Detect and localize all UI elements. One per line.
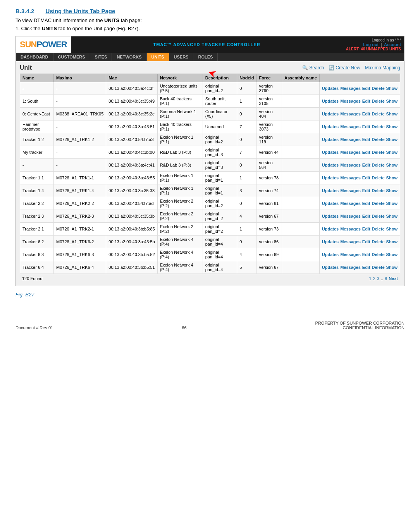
action-updates[interactable]: Updates bbox=[322, 188, 339, 193]
action-updates[interactable]: Updates bbox=[322, 137, 339, 142]
action-edit[interactable]: Edit bbox=[362, 239, 370, 244]
action-messages[interactable]: Messages bbox=[340, 99, 361, 103]
action-delete[interactable]: Delete bbox=[372, 265, 385, 270]
page-3[interactable]: 3 bbox=[377, 276, 379, 281]
action-updates[interactable]: Updates bbox=[322, 99, 339, 103]
action-delete[interactable]: Delete bbox=[372, 112, 385, 116]
action-edit[interactable]: Edit bbox=[362, 188, 370, 193]
action-delete[interactable]: Delete bbox=[372, 214, 385, 218]
action-messages[interactable]: Messages bbox=[340, 112, 361, 116]
page-1[interactable]: 1 bbox=[369, 276, 372, 281]
action-edit[interactable]: Edit bbox=[362, 252, 370, 257]
action-messages[interactable]: Messages bbox=[340, 201, 361, 206]
action-delete[interactable]: Delete bbox=[372, 124, 385, 129]
action-messages[interactable]: Messages bbox=[340, 227, 361, 231]
nav-sites[interactable]: SITES bbox=[90, 53, 112, 61]
action-edit[interactable]: Edit bbox=[362, 112, 370, 116]
nav-users[interactable]: USERS bbox=[169, 53, 194, 61]
action-updates[interactable]: Updates bbox=[322, 112, 339, 116]
action-updates[interactable]: Updates bbox=[322, 265, 339, 270]
action-show[interactable]: Show bbox=[386, 86, 398, 91]
action-delete[interactable]: Delete bbox=[372, 86, 385, 91]
action-updates[interactable]: Updates bbox=[322, 124, 339, 129]
action-show[interactable]: Show bbox=[386, 252, 398, 257]
action-show[interactable]: Show bbox=[386, 112, 398, 116]
action-messages[interactable]: Messages bbox=[340, 86, 361, 91]
action-show[interactable]: Show bbox=[386, 150, 398, 155]
action-edit[interactable]: Edit bbox=[362, 124, 370, 129]
cell-maximo: M0726_A1_TRK1-4 bbox=[54, 184, 106, 197]
action-delete[interactable]: Delete bbox=[372, 175, 385, 180]
action-updates[interactable]: Updates bbox=[322, 150, 339, 155]
action-edit[interactable]: Edit bbox=[362, 150, 370, 155]
action-updates[interactable]: Updates bbox=[322, 201, 339, 206]
action-delete[interactable]: Delete bbox=[372, 252, 385, 257]
nav-dashboard[interactable]: DASHBOARD bbox=[16, 53, 53, 61]
page-2[interactable]: 2 bbox=[373, 276, 375, 281]
action-messages[interactable]: Messages bbox=[340, 137, 361, 142]
action-delete[interactable]: Delete bbox=[372, 201, 385, 206]
action-edit[interactable]: Edit bbox=[362, 99, 370, 103]
cell-network: Uncategorized units (P:5) bbox=[157, 82, 203, 95]
action-updates[interactable]: Updates bbox=[322, 252, 339, 257]
action-messages[interactable]: Messages bbox=[340, 265, 361, 270]
cell-assembly bbox=[282, 223, 320, 236]
nav-customers[interactable]: CUSTOMERS bbox=[53, 53, 90, 61]
action-show[interactable]: Show bbox=[386, 227, 398, 231]
action-edit[interactable]: Edit bbox=[362, 137, 370, 142]
action-updates[interactable]: Updates bbox=[322, 214, 339, 218]
create-new-button[interactable]: 🔄 Create New bbox=[329, 65, 360, 71]
action-delete[interactable]: Delete bbox=[372, 99, 385, 103]
action-edit[interactable]: Edit bbox=[362, 175, 370, 180]
action-edit[interactable]: Edit bbox=[362, 227, 370, 231]
action-edit[interactable]: Edit bbox=[362, 86, 370, 91]
nav-roles[interactable]: ROLES bbox=[193, 53, 218, 61]
cell-network: Exelon Network 4 (P:4) bbox=[157, 261, 203, 274]
action-delete[interactable]: Delete bbox=[372, 137, 385, 142]
cell-maximo: M0726_A1_TRK2-2 bbox=[54, 197, 106, 210]
action-show[interactable]: Show bbox=[386, 188, 398, 193]
next-page-button[interactable]: Next bbox=[389, 276, 398, 281]
action-show[interactable]: Show bbox=[386, 99, 398, 103]
action-delete[interactable]: Delete bbox=[372, 163, 385, 167]
action-messages[interactable]: Messages bbox=[340, 175, 361, 180]
cell-name: 0: Center-East bbox=[20, 108, 54, 120]
action-edit[interactable]: Edit bbox=[362, 201, 370, 206]
action-messages[interactable]: Messages bbox=[340, 124, 361, 129]
cell-mac: 00:13:a2:00:40:3c:35:49 bbox=[106, 95, 157, 108]
action-messages[interactable]: Messages bbox=[340, 150, 361, 155]
action-messages[interactable]: Messages bbox=[340, 252, 361, 257]
action-show[interactable]: Show bbox=[386, 137, 398, 142]
action-show[interactable]: Show bbox=[386, 124, 398, 129]
action-show[interactable]: Show bbox=[386, 175, 398, 180]
page-8[interactable]: 8 bbox=[385, 276, 387, 281]
action-messages[interactable]: Messages bbox=[340, 214, 361, 218]
nav-networks[interactable]: NETWORKS bbox=[112, 53, 146, 61]
action-edit[interactable]: Edit bbox=[362, 163, 370, 167]
action-show[interactable]: Show bbox=[386, 214, 398, 218]
nav-units[interactable]: UNITS bbox=[147, 53, 169, 61]
action-updates[interactable]: Updates bbox=[322, 163, 339, 167]
action-show[interactable]: Show bbox=[386, 239, 398, 244]
cell-nodeid: 7 bbox=[237, 120, 256, 133]
action-messages[interactable]: Messages bbox=[340, 188, 361, 193]
action-updates[interactable]: Updates bbox=[322, 227, 339, 231]
action-updates[interactable]: Updates bbox=[322, 239, 339, 244]
action-updates[interactable]: Updates bbox=[322, 86, 339, 91]
action-show[interactable]: Show bbox=[386, 163, 398, 167]
action-delete[interactable]: Delete bbox=[372, 188, 385, 193]
log-out-link[interactable]: Log out bbox=[363, 42, 379, 47]
search-button[interactable]: 🔍 Search bbox=[302, 65, 324, 71]
action-edit[interactable]: Edit bbox=[362, 265, 370, 270]
action-delete[interactable]: Delete bbox=[372, 227, 385, 231]
action-edit[interactable]: Edit bbox=[362, 214, 370, 218]
action-show[interactable]: Show bbox=[386, 265, 398, 270]
action-show[interactable]: Show bbox=[386, 201, 398, 206]
maximo-mapping-button[interactable]: Maximo Mapping bbox=[365, 65, 400, 71]
action-messages[interactable]: Messages bbox=[340, 163, 361, 167]
action-messages[interactable]: Messages bbox=[340, 239, 361, 244]
action-updates[interactable]: Updates bbox=[322, 175, 339, 180]
action-delete[interactable]: Delete bbox=[372, 239, 385, 244]
account-link[interactable]: Account bbox=[384, 42, 401, 47]
action-delete[interactable]: Delete bbox=[372, 150, 385, 155]
